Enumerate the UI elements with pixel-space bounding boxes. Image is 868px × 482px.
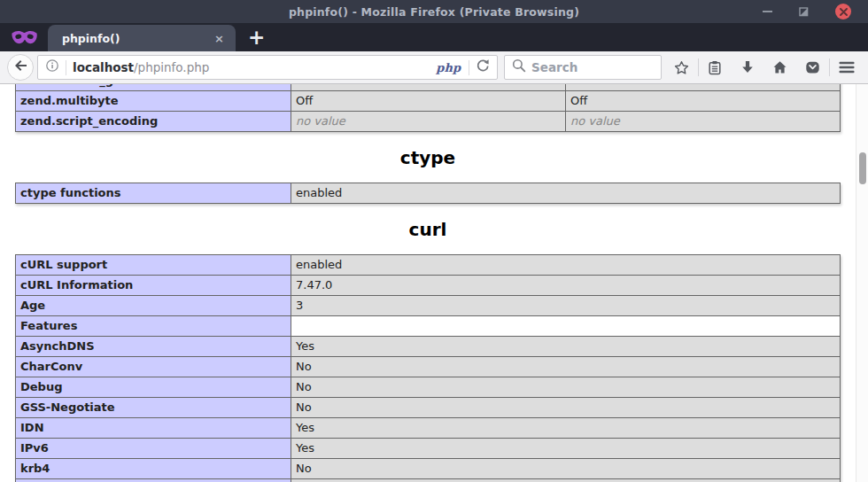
value-cell: 7.47.0: [291, 276, 841, 296]
pocket-icon: [805, 60, 820, 74]
local-value-cell: Off: [291, 91, 566, 112]
directive-cell: IPv6: [16, 439, 291, 459]
table-row: zend.script_encodingno valueno value: [16, 112, 841, 132]
value-cell: Yes: [291, 418, 841, 439]
firefox-window: phpinfo() - Mozilla Firefox (Private Bro…: [0, 0, 868, 482]
table-row: cURL supportenabled: [16, 255, 841, 276]
toolbar-actions: [665, 54, 863, 81]
directive-cell: AsynchDNS: [16, 337, 291, 357]
value-cell: 3: [291, 296, 841, 316]
ctype-table: ctype functionsenabled: [15, 183, 841, 204]
tab-strip: phpinfo() × +: [0, 23, 868, 51]
page-info-icon[interactable]: [45, 58, 59, 76]
value-cell: enabled: [291, 183, 841, 204]
directive-cell: CharConv: [16, 357, 291, 377]
directive-cell: cURL Information: [16, 276, 291, 296]
download-arrow-icon: [740, 60, 755, 74]
back-arrow-icon: [13, 58, 27, 76]
phpinfo-page: zend.enable_gczend.multibyteOffOffzend.s…: [0, 84, 856, 482]
navigation-toolbar: localhost/phpinfo.php php: [0, 51, 868, 84]
directive-cell: IDN: [16, 418, 291, 439]
table-row-clipped: [16, 479, 841, 482]
table-row: CharConvNo: [16, 357, 841, 377]
table-row: GSS-NegotiateNo: [16, 398, 841, 418]
section-title-ctype: ctype: [0, 147, 856, 168]
minimize-icon[interactable]: [763, 11, 772, 12]
table-row-clipped: zend.enable_gc: [16, 84, 841, 91]
downloads-button[interactable]: [732, 54, 763, 81]
directive-cell: Features: [16, 316, 291, 337]
local-value-cell: no value: [291, 112, 566, 132]
php-badge: php: [436, 61, 462, 74]
master-value-cell: Off: [566, 91, 841, 112]
bookmark-star-button[interactable]: [665, 54, 697, 81]
phpinfo-sections: ctypectype functionsenabledcurlcURL supp…: [0, 147, 856, 482]
search-box[interactable]: [504, 55, 662, 80]
table-row: Age3: [16, 296, 841, 316]
value-cell: Yes: [291, 337, 841, 357]
url-path: /phpinfo.php: [134, 60, 209, 74]
table-row: cURL Information7.47.0: [16, 276, 841, 296]
window-title: phpinfo() - Mozilla Firefox (Private Bro…: [0, 0, 868, 23]
value-cell: [291, 316, 841, 337]
directive-cell: Debug: [16, 377, 291, 398]
tab-close-icon[interactable]: ×: [212, 31, 227, 46]
value-cell: No: [291, 357, 841, 377]
magnifier-icon: [512, 58, 526, 76]
curl-table: cURL supportenabledcURL Information7.47.…: [15, 254, 841, 482]
table-row: AsynchDNSYes: [16, 337, 841, 357]
star-icon: [674, 60, 689, 75]
restore-icon[interactable]: [799, 7, 809, 17]
table-row: ctype functionsenabled: [16, 183, 841, 204]
table-row: krb4No: [16, 459, 841, 479]
value-cell: No: [291, 377, 841, 398]
master-value-cell: [566, 84, 841, 91]
scrollbar-thumb[interactable]: [859, 152, 866, 184]
directive-cell: zend.script_encoding: [16, 112, 291, 132]
value-cell: No: [291, 398, 841, 418]
table-row: IDNYes: [16, 418, 841, 439]
page-viewport: zend.enable_gczend.multibyteOffOffzend.s…: [0, 84, 868, 482]
search-input[interactable]: [531, 60, 654, 74]
directive-cell: Age: [16, 296, 291, 316]
pocket-button[interactable]: [797, 54, 829, 81]
local-value-cell: [291, 84, 566, 91]
titlebar: phpinfo() - Mozilla Firefox (Private Bro…: [0, 0, 868, 23]
table-row: zend.multibyteOffOff: [16, 91, 841, 112]
directive-cell: GSS-Negotiate: [16, 398, 291, 418]
zend-settings-table: zend.enable_gczend.multibyteOffOffzend.s…: [15, 84, 841, 132]
directive-cell: zend.enable_gc: [16, 84, 291, 91]
value-cell: [291, 479, 841, 482]
home-icon: [772, 60, 787, 74]
tab-title: phpinfo(): [62, 32, 205, 45]
value-cell: No: [291, 459, 841, 479]
directive-cell: [16, 479, 291, 482]
window-controls: [763, 0, 851, 23]
directive-cell: zend.multibyte: [16, 91, 291, 112]
url-host: localhost: [73, 60, 134, 74]
private-browsing-mask-icon: [0, 23, 48, 51]
section-title-curl: curl: [0, 219, 856, 240]
hamburger-icon: [839, 61, 855, 74]
tab-phpinfo[interactable]: phpinfo() ×: [48, 25, 236, 51]
value-cell: Yes: [291, 439, 841, 459]
scrollbar-track[interactable]: [856, 84, 868, 482]
home-button[interactable]: [764, 54, 796, 81]
table-row: Features: [16, 316, 841, 337]
menu-button[interactable]: [831, 54, 863, 81]
directive-cell: ctype functions: [16, 183, 291, 204]
close-icon[interactable]: [835, 4, 851, 19]
reading-list-button[interactable]: [699, 54, 731, 81]
table-row: IPv6Yes: [16, 439, 841, 459]
master-value-cell: no value: [566, 112, 841, 132]
directive-cell: cURL support: [16, 255, 291, 276]
directive-cell: krb4: [16, 459, 291, 479]
new-tab-button[interactable]: +: [248, 27, 265, 48]
urlbar-divider: [469, 60, 469, 75]
back-button[interactable]: [7, 54, 34, 81]
url-bar[interactable]: localhost/phpinfo.php php: [37, 55, 498, 80]
url-text: localhost/phpinfo.php: [73, 60, 430, 74]
table-row: DebugNo: [16, 377, 841, 398]
reload-icon[interactable]: [476, 58, 490, 76]
urlbar-divider: [66, 60, 66, 75]
